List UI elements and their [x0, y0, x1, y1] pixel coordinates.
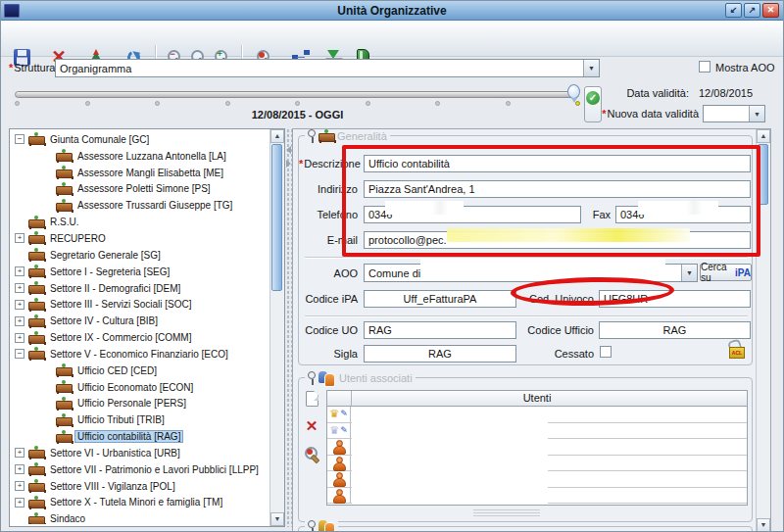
- new-user-button[interactable]: [303, 390, 320, 408]
- new-page-icon: [306, 391, 318, 407]
- scroll-up-icon[interactable]: ▲: [270, 129, 284, 143]
- expand-toggle-icon[interactable]: +: [15, 316, 24, 326]
- tree-item[interactable]: Assessore Luzzana Antonella [LA]: [11, 148, 269, 165]
- tree-scrollbar[interactable]: ▲ ▼: [270, 129, 284, 526]
- scroll-down-icon[interactable]: ▼: [270, 512, 284, 526]
- tree-item[interactable]: Assessore Mangli Elisabetta [ME]: [11, 165, 269, 181]
- tree-item[interactable]: +Settore VI - Urbanistica [URB]: [11, 445, 269, 461]
- person-icon: [332, 440, 345, 453]
- user-type-cell: [327, 423, 351, 439]
- tree-item[interactable]: Assessore Poletti Simone [PS]: [11, 181, 269, 198]
- tree-item-label: Settore II - Demografici [DEM]: [48, 283, 182, 294]
- tree-item[interactable]: +Settore III - Servizi Sociali [SOC]: [11, 296, 269, 313]
- expander-spacer: [42, 432, 52, 442]
- timeline-tick: [435, 101, 440, 106]
- collapse-left-icon[interactable]: [286, 146, 291, 154]
- form-scrollbar[interactable]: ▲ ▼: [756, 129, 770, 532]
- cerca-su-ipa-button[interactable]: Cerca suiPA: [700, 264, 752, 281]
- descrizione-input[interactable]: Ufficio contabilità: [364, 155, 751, 172]
- expand-toggle-icon[interactable]: +: [15, 283, 24, 293]
- tree-item[interactable]: +Settore VIII - Vigilanza [POL]: [11, 478, 269, 495]
- timeline-slider-track[interactable]: [15, 91, 579, 98]
- tree-item[interactable]: −Settore V - Economico Finanziario [ECO]: [11, 346, 269, 363]
- redaction-block: [420, 258, 665, 272]
- user-type-cell: [327, 471, 351, 487]
- minimize-button[interactable]: ↙: [725, 3, 742, 18]
- tree-item[interactable]: +Settore IV - Cultura [BIB]: [11, 313, 269, 329]
- tree-item-label: Sindaco: [48, 513, 87, 524]
- tree-item[interactable]: Segretario Generale [SG]: [11, 247, 269, 264]
- codice-ipa-input[interactable]: Uff_eFatturaPA: [364, 290, 516, 308]
- find-user-button[interactable]: [303, 445, 320, 462]
- tree-item[interactable]: +Settore I - Segreteria [SEG]: [11, 264, 269, 280]
- tree-item[interactable]: Ufficio Personale [PERS]: [11, 396, 269, 412]
- utenti-column-header[interactable]: Utenti: [327, 391, 747, 407]
- collapse-toggle-icon[interactable]: −: [15, 134, 24, 144]
- expand-toggle-icon[interactable]: +: [15, 481, 24, 491]
- remove-user-button[interactable]: ✕: [303, 417, 320, 435]
- redaction-block: [385, 201, 464, 215]
- expand-toggle-icon[interactable]: +: [15, 448, 24, 458]
- codice-ufficio-input[interactable]: RAG: [599, 321, 751, 339]
- tree-item[interactable]: +Settore X - Tutela Minori e famiglia [T…: [11, 495, 269, 511]
- expand-toggle-icon[interactable]: +: [15, 464, 24, 474]
- nuova-data-combobox[interactable]: ▼: [703, 105, 765, 122]
- pin-icon: [308, 371, 316, 385]
- nuova-data-label: *Nuova data validità: [587, 108, 699, 120]
- resize-grip[interactable]: [473, 509, 540, 516]
- cessato-label: Cessato: [532, 348, 594, 360]
- expand-toggle-icon[interactable]: +: [15, 266, 24, 276]
- form-scrollbar-thumb[interactable]: [758, 144, 768, 205]
- tree-item[interactable]: Ufficio contabilità [RAG]: [11, 428, 269, 445]
- close-button[interactable]: ✕: [762, 3, 779, 18]
- cessato-checkbox[interactable]: [600, 346, 612, 358]
- tree-item[interactable]: +Settore II - Demografici [DEM]: [11, 280, 269, 297]
- cod-univoco-input[interactable]: UFG8HR: [599, 290, 751, 308]
- desk-icon: [56, 183, 71, 195]
- cod-univoco-label: Cod. Univoco: [522, 293, 594, 305]
- restore-button[interactable]: ↗: [744, 3, 760, 18]
- indirizzo-input[interactable]: Piazza Sant'Andrea, 1: [364, 180, 751, 198]
- expand-toggle-icon[interactable]: +: [15, 333, 24, 343]
- tree-item[interactable]: Sindaco: [11, 510, 269, 524]
- expand-toggle-icon[interactable]: +: [15, 498, 24, 508]
- codice-uo-input[interactable]: RAG: [364, 321, 516, 339]
- expander-spacer: [15, 514, 24, 524]
- chevron-down-icon[interactable]: ▼: [583, 60, 599, 76]
- collapse-right-icon[interactable]: [286, 160, 291, 168]
- chevron-down-icon[interactable]: ▼: [681, 265, 697, 281]
- tree-item[interactable]: +RECUPERO: [11, 230, 269, 247]
- users-icon: [318, 371, 335, 385]
- pencil-icon: [340, 410, 348, 418]
- tree-item[interactable]: Assessore Trussardi Giuseppe [TG]: [11, 197, 269, 214]
- tree-scrollbar-thumb[interactable]: [271, 144, 282, 291]
- mostra-aoo-checkbox[interactable]: [699, 61, 710, 73]
- tree-item[interactable]: Ufficio Tributi [TRIB]: [11, 411, 269, 428]
- expand-toggle-icon[interactable]: +: [15, 233, 24, 243]
- scroll-down-icon[interactable]: ▼: [757, 518, 770, 532]
- acl-lock-icon[interactable]: [728, 340, 744, 357]
- tree-item[interactable]: Ufficio CED [CED]: [11, 363, 269, 379]
- tree-item-label: Assessore Poletti Simone [PS]: [75, 183, 213, 194]
- tree-item[interactable]: −Giunta Comunale [GC]: [11, 131, 269, 148]
- expander-spacer: [15, 218, 24, 227]
- timeline-tick: [155, 101, 160, 106]
- expand-toggle-icon[interactable]: +: [15, 300, 24, 310]
- tree-item-label: Settore X - Tutela Minori e famiglia [TM…: [48, 497, 224, 508]
- codice-uo-label: Codice UO: [299, 324, 358, 336]
- redaction-block: [638, 201, 718, 215]
- tree-item[interactable]: +Settore VII - Patrimonio e Lavori Pubbl…: [11, 461, 269, 478]
- desk-icon: [28, 249, 43, 261]
- struttura-combobox[interactable]: Organigramma ▼: [55, 59, 600, 77]
- tree-item[interactable]: R.S.U.: [11, 214, 269, 230]
- scroll-up-icon[interactable]: ▲: [757, 129, 770, 143]
- timeline-slider-thumb[interactable]: [567, 84, 580, 99]
- collapse-toggle-icon[interactable]: −: [15, 349, 24, 359]
- sigla-input[interactable]: RAG: [364, 345, 516, 363]
- desk-icon: [28, 282, 43, 294]
- desk-icon: [28, 348, 43, 360]
- chevron-down-icon[interactable]: ▼: [749, 106, 764, 121]
- desk-icon: [56, 431, 71, 443]
- tree-item[interactable]: +Settore IX - Commercio [COMM]: [11, 329, 269, 346]
- tree-item[interactable]: Ufficio Economato [ECON]: [11, 379, 269, 396]
